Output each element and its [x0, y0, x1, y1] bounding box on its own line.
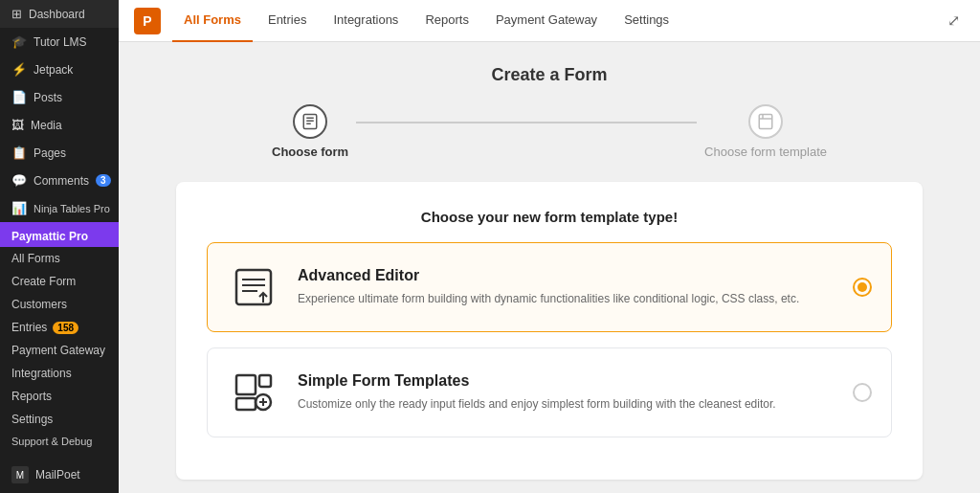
- sidebar-item-pages[interactable]: 📋 Pages: [0, 139, 119, 167]
- top-navigation: P All Forms Entries Integrations Reports…: [119, 0, 980, 42]
- stepper: Choose form Choose form template: [272, 104, 827, 159]
- comments-badge: 3: [96, 174, 111, 187]
- svg-rect-6: [236, 375, 256, 394]
- sidebar-item-dashboard[interactable]: ⊞ Dashboard: [0, 0, 119, 28]
- step-1: Choose form: [272, 104, 348, 159]
- simple-form-desc: Customize only the ready input fields an…: [298, 395, 835, 413]
- content-area: Create a Form Choose form: [119, 42, 980, 493]
- sidebar-item-mailpoet[interactable]: M MailPoet: [0, 459, 119, 490]
- sidebar-item-entries[interactable]: Entries 158: [0, 316, 119, 339]
- simple-form-radio[interactable]: [853, 383, 872, 402]
- step-2-circle: [748, 104, 783, 139]
- sidebar-item-settings[interactable]: Settings: [0, 408, 119, 431]
- template-option-advanced-editor[interactable]: Advanced Editor Experience ultimate form…: [207, 242, 892, 332]
- sidebar-item-tutor-lms[interactable]: 🎓 Tutor LMS: [0, 28, 119, 56]
- svg-rect-1: [759, 115, 772, 129]
- paymattic-section-header: Paymattic Pro: [0, 222, 119, 247]
- jetpack-icon: ⚡: [11, 62, 27, 77]
- simple-form-icon: [227, 366, 280, 419]
- sidebar-item-posts[interactable]: 📄 Posts: [0, 83, 119, 111]
- page-title: Create a Form: [491, 65, 607, 85]
- sidebar-item-create-form[interactable]: Create Form: [0, 270, 119, 293]
- sidebar-item-ninja-tables[interactable]: 📊 Ninja Tables Pro: [0, 194, 119, 222]
- simple-form-info: Simple Form Templates Customize only the…: [298, 372, 835, 413]
- step-line: [356, 122, 697, 123]
- advanced-editor-info: Advanced Editor Experience ultimate form…: [298, 267, 835, 307]
- main-area: P All Forms Entries Integrations Reports…: [119, 0, 980, 493]
- advanced-editor-name: Advanced Editor: [298, 267, 835, 284]
- svg-rect-2: [236, 270, 271, 304]
- sidebar-item-customers[interactable]: Customers: [0, 293, 119, 316]
- sidebar-item-jetpack[interactable]: ⚡ Jetpack: [0, 56, 119, 83]
- tab-settings[interactable]: Settings: [612, 0, 680, 42]
- step-1-circle: [293, 104, 327, 139]
- comments-icon: 💬: [11, 173, 27, 188]
- svg-rect-7: [236, 398, 256, 410]
- tab-all-forms[interactable]: All Forms: [172, 0, 253, 42]
- posts-icon: 📄: [11, 90, 27, 104]
- tab-integrations[interactable]: Integrations: [322, 0, 410, 42]
- media-icon: 🖼: [11, 118, 24, 132]
- advanced-editor-icon: [227, 260, 280, 314]
- expand-icon[interactable]: ⤢: [942, 10, 965, 33]
- mailpoet-icon: M: [11, 466, 29, 483]
- simple-form-name: Simple Form Templates: [298, 372, 835, 390]
- advanced-editor-desc: Experience ultimate form building with d…: [298, 290, 835, 307]
- pages-icon: 📋: [11, 146, 27, 160]
- tutor-lms-icon: 🎓: [11, 34, 27, 49]
- step-2: Choose form template: [704, 104, 827, 159]
- entries-badge: 158: [53, 322, 78, 334]
- step-2-label: Choose form template: [704, 145, 827, 159]
- tab-payment-gateway[interactable]: Payment Gateway: [484, 0, 609, 42]
- template-option-simple[interactable]: Simple Form Templates Customize only the…: [207, 347, 892, 437]
- tab-reports[interactable]: Reports: [413, 0, 480, 42]
- dashboard-icon: ⊞: [11, 7, 22, 21]
- tab-entries[interactable]: Entries: [256, 0, 318, 42]
- sidebar-item-media[interactable]: 🖼 Media: [0, 111, 119, 139]
- form-card-title: Choose your new form template type!: [207, 209, 892, 225]
- sidebar: ⊞ Dashboard 🎓 Tutor LMS ⚡ Jetpack 📄 Post…: [0, 0, 119, 493]
- sidebar-item-reports[interactable]: Reports: [0, 385, 119, 408]
- sidebar-item-support-debug[interactable]: Support & Debug: [0, 431, 119, 452]
- sidebar-item-comments[interactable]: 💬 Comments 3: [0, 167, 119, 194]
- sidebar-item-all-forms[interactable]: All Forms: [0, 247, 119, 270]
- svg-rect-8: [259, 375, 271, 387]
- form-card: Choose your new form template type! Adva…: [176, 182, 923, 480]
- sidebar-item-integrations[interactable]: Integrations: [0, 362, 119, 385]
- step-1-label: Choose form: [272, 145, 348, 159]
- sidebar-item-payment-gateway[interactable]: Payment Gateway: [0, 339, 119, 362]
- paymattic-logo: P: [134, 8, 161, 34]
- advanced-editor-radio[interactable]: [853, 278, 872, 297]
- ninja-tables-icon: 📊: [11, 201, 27, 215]
